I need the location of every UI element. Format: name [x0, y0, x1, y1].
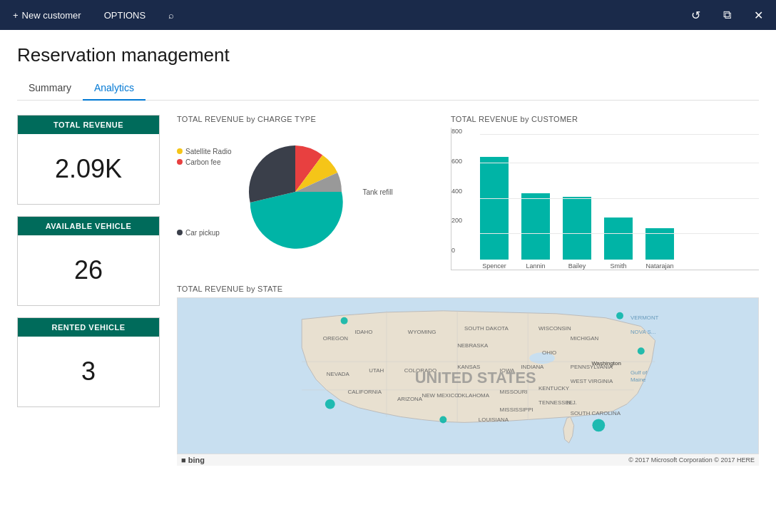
map-dot-maine: [616, 312, 623, 319]
map-section: TOTAL REVENUE by STATE: [177, 285, 759, 466]
legend-car-pickup: Car pickup: [177, 229, 231, 237]
new-customer-button[interactable]: + New customer: [7, 7, 87, 24]
map-label-utah: UTAH: [369, 367, 384, 374]
map-dot-idaho: [341, 317, 348, 324]
y-label-400: 400: [451, 188, 462, 195]
legend-carbon-fee-dot: [177, 159, 183, 165]
map-label-missouri: MISSOURI: [500, 389, 528, 395]
map-label-arizona: ARIZONA: [397, 396, 423, 402]
kpi-rented-vehicle: RENTED VEHICLE 3: [17, 317, 160, 407]
legend-satellite-radio: Satellite Radio: [177, 148, 231, 155]
pie-legend: Satellite Radio Carbon fee Car pickup: [177, 148, 231, 237]
map-dot-nj: [638, 347, 645, 354]
map-footer: ■ bing © 2017 Microsoft Corporation © 20…: [177, 454, 759, 466]
grid-line-800: [480, 134, 759, 135]
map-label-idaho: IDAHO: [354, 329, 372, 335]
legend-satellite-radio-dot: [177, 148, 183, 154]
map-label-nc: N.J.: [567, 399, 577, 406]
close-button[interactable]: ✕: [748, 6, 769, 25]
map-label-ohio: OHIO: [542, 349, 556, 356]
charts-column: TOTAL REVENUE by CHARGE TYPE Satellite R…: [177, 115, 759, 466]
y-label-800: 800: [451, 128, 462, 135]
bar-natarajan: [645, 228, 674, 260]
bar-group-lannin: Lannin: [521, 193, 550, 270]
bar-group-smith: Smith: [604, 218, 633, 270]
map-svg: OREGON IDAHO WYOMING SOUTH DAKOTA WISCON…: [178, 298, 758, 454]
bar-chart-area: 0 200 400 600 800: [451, 128, 759, 270]
search-button[interactable]: ⌕: [163, 7, 180, 24]
kpi-rented-vehicle-value: 3: [18, 337, 159, 406]
map-label-california: CALIFORNIA: [348, 389, 382, 395]
bar-label-lannin: Lannin: [526, 262, 545, 270]
bar-label-natarajan: Natarajan: [645, 262, 673, 270]
map-label-louisiana: LOUISIANA: [479, 416, 509, 423]
map-label-kentucky: KENTUCKY: [538, 385, 570, 392]
map-label-washington: Washington: [591, 360, 621, 367]
bar-chart-title: TOTAL REVENUE by CUSTOMER: [451, 115, 759, 123]
y-label-600: 600: [451, 158, 462, 165]
map-label-sc: SOUTH CAROLINA: [571, 410, 621, 416]
kpi-total-revenue-value: 2.09K: [18, 134, 159, 204]
map-label-mississippi: MISSISSIPPI: [500, 406, 534, 413]
map-dot-georgia: [592, 419, 605, 431]
legend-carbon-fee: Carbon fee: [177, 158, 231, 166]
y-axis-labels: 0 200 400 600 800: [451, 128, 462, 255]
map-label-oregon: OREGON: [323, 335, 348, 342]
legend-car-pickup-label: Car pickup: [185, 229, 220, 237]
tab-summary[interactable]: Summary: [17, 76, 83, 101]
map-copyright: © 2017 Microsoft Corporation © 2017 HERE: [628, 456, 755, 464]
tank-refill-label: Tank refill: [362, 188, 392, 196]
map-label-michigan: MICHIGAN: [571, 335, 599, 342]
grid-line-600: [480, 163, 759, 163]
options-label: OPTIONS: [104, 10, 146, 21]
tabs: Summary Analytics: [17, 76, 759, 101]
pie-container: Satellite Radio Carbon fee Car pickup: [177, 128, 434, 256]
map-label-gulf: Gulf of: [630, 369, 648, 376]
map-label-maine2: Maine: [630, 377, 646, 383]
map-title: TOTAL REVENUE by STATE: [177, 285, 759, 293]
map-label-wv: WEST VIRGINIA: [571, 378, 613, 384]
kpi-rented-vehicle-header: RENTED VEHICLE: [18, 318, 159, 337]
bar-group-bailey: Bailey: [563, 197, 591, 270]
legend-car-pickup-dot: [177, 230, 183, 235]
pie-chart-svg: [238, 135, 352, 249]
map-label-nova-scotia: NOVA S...: [630, 329, 655, 335]
analytics-layout: TOTAL REVENUE 2.09K AVAILABLE VEHICLE 26…: [17, 115, 759, 466]
map-label-new-mexico: NEW MEXICO: [422, 392, 459, 399]
bar-label-spencer: Spencer: [482, 262, 506, 270]
options-button[interactable]: OPTIONS: [98, 7, 152, 24]
bar-spencer: [480, 157, 509, 260]
map-label-vermont: VERMONT: [630, 314, 659, 321]
map-dot-california: [325, 399, 335, 409]
pie-tank-refill: [250, 192, 343, 249]
map-label-wisconsin: WISCONSIN: [538, 325, 571, 332]
kpi-column: TOTAL REVENUE 2.09K AVAILABLE VEHICLE 26…: [17, 115, 160, 466]
refresh-button[interactable]: ↺: [685, 6, 706, 25]
kpi-total-revenue-header: TOTAL REVENUE: [18, 116, 159, 134]
popout-button[interactable]: ⧉: [718, 6, 737, 24]
map-us-label: UNITED STATES: [415, 369, 536, 387]
tab-analytics[interactable]: Analytics: [83, 76, 146, 101]
map-container: OREGON IDAHO WYOMING SOUTH DAKOTA WISCON…: [177, 297, 759, 454]
bing-logo: ■ bing: [181, 456, 205, 464]
page-title: Reservation management: [17, 44, 759, 66]
kpi-total-revenue: TOTAL REVENUE 2.09K: [17, 115, 160, 205]
pie-chart-section: TOTAL REVENUE by CHARGE TYPE Satellite R…: [177, 115, 434, 270]
new-customer-label: New customer: [22, 10, 81, 21]
bar-chart-section: TOTAL REVENUE by CUSTOMER 0 200 400 600 …: [451, 115, 759, 270]
kpi-available-vehicle-value: 26: [18, 235, 159, 305]
map-label-oklahoma: OKLAHOMA: [457, 392, 490, 399]
bar-group-spencer: Spencer: [480, 157, 509, 270]
bar-label-smith: Smith: [610, 262, 626, 270]
page-content: Reservation management Summary Analytics…: [0, 30, 776, 532]
map-label-wyoming: WYOMING: [408, 329, 436, 335]
legend-satellite-radio-label: Satellite Radio: [185, 148, 231, 155]
map-label-south-dakota: SOUTH DAKOTA: [464, 325, 509, 332]
bar-label-bailey: Bailey: [568, 262, 586, 270]
legend-carbon-fee-label: Carbon fee: [185, 158, 220, 166]
bar-bailey: [563, 197, 591, 260]
map-dot-texas: [439, 416, 446, 423]
y-label-200: 200: [451, 217, 462, 224]
y-label-0: 0: [451, 247, 462, 254]
map-label-nevada: NEVADA: [327, 371, 350, 377]
